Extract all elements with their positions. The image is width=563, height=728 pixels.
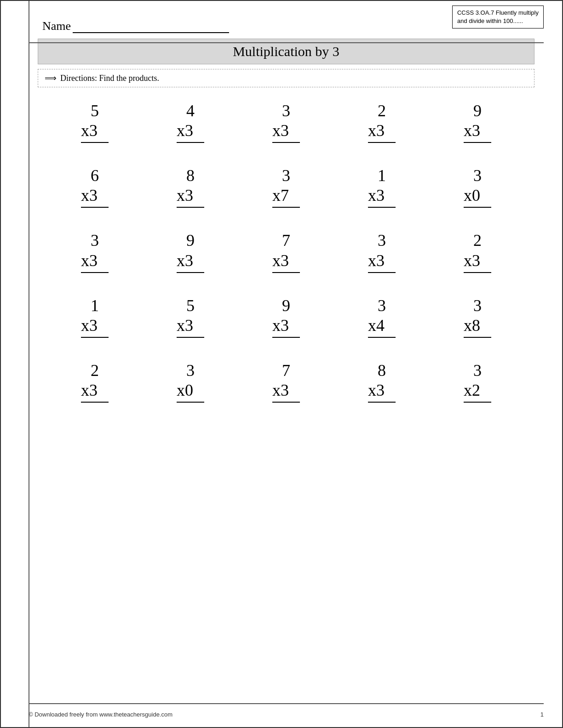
multiplier-5-2: x0 (177, 381, 204, 403)
problem-1-3: 3x3 (249, 101, 323, 143)
top-divider (29, 42, 544, 43)
problem-2-3: 3x7 (249, 166, 323, 208)
problem-2-4: 1x3 (345, 166, 419, 208)
top-number-4-5: 3 (473, 296, 482, 316)
multiplier-4-5: x8 (464, 316, 491, 338)
problem-4-2: 5x3 (154, 296, 227, 338)
top-number-5-3: 7 (282, 361, 290, 381)
multiplier-1-3: x3 (272, 121, 300, 143)
top-number-3-5: 2 (473, 231, 482, 250)
problem-3-2: 9x3 (154, 231, 227, 273)
top-number-5-2: 3 (186, 361, 195, 381)
multiplier-4-2: x3 (177, 316, 204, 338)
multiplier-3-4: x3 (368, 251, 396, 273)
multiplier-5-1: x3 (81, 381, 109, 403)
multiplier-2-1: x3 (81, 186, 109, 208)
problem-5-1: 2x3 (58, 361, 132, 403)
problem-4-3: 9x3 (249, 296, 323, 338)
multiplier-1-5: x3 (464, 121, 491, 143)
top-number-5-5: 3 (473, 361, 482, 381)
problem-1-2: 4x3 (154, 101, 227, 143)
directions-text: Directions: Find the products. (60, 74, 159, 83)
problem-3-4: 3x3 (345, 231, 419, 273)
top-number-4-1: 1 (91, 296, 99, 316)
problems-section: 5x34x33x32x39x36x38x33x71x33x03x39x37x33… (38, 101, 534, 403)
footer-copyright: © Downloaded freely from www.theteachers… (29, 711, 172, 718)
problem-row-5: 2x33x07x38x33x2 (47, 361, 525, 403)
multiplier-1-4: x3 (368, 121, 396, 143)
problem-1-5: 9x3 (441, 101, 514, 143)
problem-5-2: 3x0 (154, 361, 227, 403)
multiplier-2-4: x3 (368, 186, 396, 208)
problem-3-3: 7x3 (249, 231, 323, 273)
top-number-2-5: 3 (473, 166, 482, 186)
problem-4-5: 3x8 (441, 296, 514, 338)
directions-box: ⟹ Directions: Find the products. (38, 69, 534, 87)
standard-line2: and divide within 100...... (457, 17, 523, 24)
problem-3-1: 3x3 (58, 231, 132, 273)
standard-line1: CCSS 3.OA.7 Fluently multiply (457, 9, 539, 16)
problem-2-2: 8x3 (154, 166, 227, 208)
problem-3-5: 2x3 (441, 231, 514, 273)
multiplier-2-2: x3 (177, 186, 204, 208)
problem-2-5: 3x0 (441, 166, 514, 208)
multiplier-3-5: x3 (464, 251, 491, 273)
arrow-icon: ⟹ (45, 73, 57, 83)
worksheet-page: CCSS 3.OA.7 Fluently multiply and divide… (0, 0, 563, 728)
top-number-3-3: 7 (282, 231, 290, 250)
worksheet-title: Multiplication by 3 (233, 44, 339, 59)
top-number-1-5: 9 (473, 101, 482, 121)
top-number-3-2: 9 (186, 231, 195, 250)
name-label: Name (42, 19, 71, 33)
top-number-2-4: 1 (378, 166, 386, 186)
problem-5-4: 8x3 (345, 361, 419, 403)
problem-4-1: 1x3 (58, 296, 132, 338)
multiplier-5-3: x3 (272, 381, 300, 403)
top-number-3-1: 3 (91, 231, 99, 250)
multiplier-4-3: x3 (272, 316, 300, 338)
standard-box: CCSS 3.OA.7 Fluently multiply and divide… (452, 6, 544, 28)
top-number-5-1: 2 (91, 361, 99, 381)
top-number-2-2: 8 (186, 166, 195, 186)
problem-1-1: 5x3 (58, 101, 132, 143)
top-number-4-2: 5 (186, 296, 195, 316)
multiplier-4-4: x4 (368, 316, 396, 338)
problem-row-1: 5x34x33x32x39x3 (47, 101, 525, 143)
problem-2-1: 6x3 (58, 166, 132, 208)
problem-5-3: 7x3 (249, 361, 323, 403)
bottom-divider (29, 703, 544, 704)
problem-row-3: 3x39x37x33x32x3 (47, 231, 525, 273)
footer-page-number: 1 (540, 711, 544, 718)
multiplier-1-2: x3 (177, 121, 204, 143)
top-number-1-4: 2 (378, 101, 386, 121)
top-number-5-4: 8 (378, 361, 386, 381)
problem-1-4: 2x3 (345, 101, 419, 143)
top-number-3-4: 3 (378, 231, 386, 250)
multiplier-3-3: x3 (272, 251, 300, 273)
footer: © Downloaded freely from www.theteachers… (29, 711, 544, 718)
multiplier-5-4: x3 (368, 381, 396, 403)
top-number-1-3: 3 (282, 101, 290, 121)
multiplier-1-1: x3 (81, 121, 109, 143)
multiplier-5-5: x2 (464, 381, 491, 403)
name-line[interactable] (73, 22, 229, 33)
multiplier-2-3: x7 (272, 186, 300, 208)
top-number-1-2: 4 (186, 101, 195, 121)
top-number-4-4: 3 (378, 296, 386, 316)
multiplier-3-1: x3 (81, 251, 109, 273)
problem-row-2: 6x38x33x71x33x0 (47, 166, 525, 208)
multiplier-4-1: x3 (81, 316, 109, 338)
top-number-1-1: 5 (91, 101, 99, 121)
problem-row-4: 1x35x39x33x43x8 (47, 296, 525, 338)
top-number-2-1: 6 (91, 166, 99, 186)
problem-4-4: 3x4 (345, 296, 419, 338)
top-number-2-3: 3 (282, 166, 290, 186)
multiplier-2-5: x0 (464, 186, 491, 208)
multiplier-3-2: x3 (177, 251, 204, 273)
problem-5-5: 3x2 (441, 361, 514, 403)
top-number-4-3: 9 (282, 296, 290, 316)
